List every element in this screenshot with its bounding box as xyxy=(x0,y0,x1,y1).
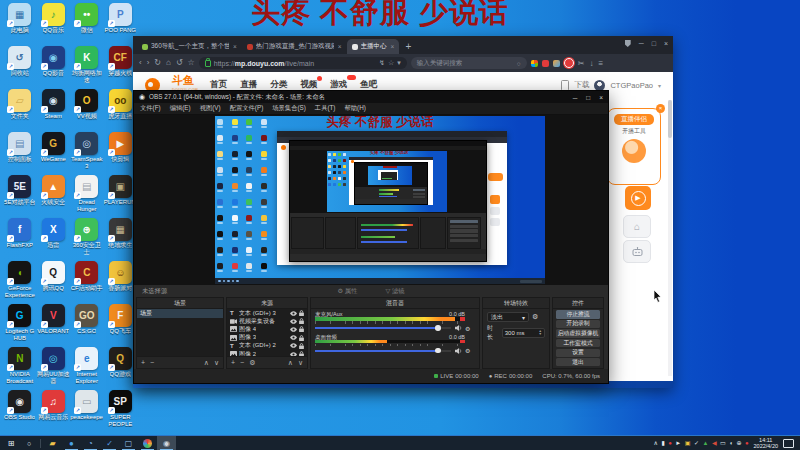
tray-icon[interactable]: ▲ xyxy=(703,440,709,446)
visibility-icon[interactable] xyxy=(290,311,297,316)
transition-gear-icon[interactable]: ⚙ xyxy=(532,313,538,321)
refresh-icon[interactable]: ↻ xyxy=(154,59,161,67)
forward-icon[interactable]: › xyxy=(147,59,150,67)
search-input[interactable]: 输入关键词搜索 ○ xyxy=(411,57,527,69)
bookmark-icon[interactable]: ☆ xyxy=(388,59,394,67)
desktop-icon[interactable]: SPSUPER PEOPLE xyxy=(104,390,138,433)
desktop-icon[interactable]: ◎网易UU加速器 xyxy=(37,347,71,390)
desktop-icon[interactable]: ♪QQ音乐 xyxy=(37,3,71,46)
desktop-icon[interactable]: GWeGame xyxy=(37,132,71,175)
tray-icon[interactable]: ► xyxy=(675,440,681,446)
visibility-icon[interactable] xyxy=(290,335,297,340)
lock-icon[interactable] xyxy=(299,318,304,324)
tray-icon[interactable]: ● xyxy=(668,440,672,446)
menu-item[interactable]: 场景集合(S) xyxy=(272,104,306,113)
lock-icon[interactable] xyxy=(299,343,304,349)
desktop-icon[interactable]: eInternet Explorer xyxy=(70,347,104,390)
window-minimize-button[interactable]: ─ xyxy=(639,40,644,47)
menu-icon[interactable]: ≡ xyxy=(598,59,603,68)
source-properties-button[interactable]: ⚙ xyxy=(249,359,255,367)
window-close-button[interactable]: × xyxy=(664,40,668,47)
browser-tab[interactable]: 主播中心× xyxy=(347,39,400,54)
source-up-button[interactable]: ∧ xyxy=(288,359,293,367)
scene-list-item[interactable]: 场景 xyxy=(137,309,223,318)
tab-close-icon[interactable]: × xyxy=(391,43,395,50)
menu-item[interactable]: 帮助(H) xyxy=(344,104,365,113)
download-icon[interactable]: ↓ xyxy=(589,59,593,68)
remove-scene-button[interactable]: − xyxy=(150,359,154,366)
add-scene-button[interactable]: + xyxy=(141,359,145,366)
screenshot-icon[interactable]: ✂ xyxy=(578,59,585,68)
control-button[interactable]: 设置 xyxy=(556,349,600,357)
download-phone-icon[interactable] xyxy=(561,80,569,91)
taskbar-clock[interactable]: 14:11 2022/4/20 xyxy=(754,437,778,450)
desktop-icon[interactable]: NNVIDIA Broadcast xyxy=(3,347,37,390)
start-button[interactable]: ⊞ xyxy=(2,436,20,450)
tray-icon[interactable]: ◀ xyxy=(712,440,717,446)
volume-slider[interactable] xyxy=(315,350,451,352)
taskbar-app-icon[interactable]: ◔ xyxy=(81,436,100,450)
desktop-icon[interactable]: Q腾讯QQ xyxy=(37,261,71,304)
menu-item[interactable]: 文件(F) xyxy=(140,104,161,113)
desktop-icon[interactable]: ▤Dread Hunger xyxy=(70,175,104,218)
customer-service-button[interactable] xyxy=(623,240,651,263)
new-tab-button[interactable]: + xyxy=(405,41,411,52)
desktop-icon[interactable]: ••微信 xyxy=(70,3,104,46)
desktop-icon[interactable]: ▦绝地求生 xyxy=(104,218,138,261)
visibility-icon[interactable] xyxy=(290,327,297,332)
desktop-icon[interactable]: ▱文件夹 xyxy=(3,89,37,132)
control-button[interactable]: 开始录制 xyxy=(556,320,600,328)
tray-icon[interactable]: ◖ xyxy=(729,440,733,446)
home-icon[interactable]: ⌂ xyxy=(166,59,171,67)
volume-slider[interactable] xyxy=(315,327,451,329)
scene-down-button[interactable]: ∨ xyxy=(214,359,219,367)
taskbar-app-icon[interactable]: ▢ xyxy=(119,436,138,450)
desktop-icon[interactable]: ▣PLAYERUNKNOWN'S xyxy=(104,175,138,218)
tab-close-icon[interactable]: × xyxy=(233,43,237,50)
tray-icon[interactable]: ● xyxy=(745,440,749,446)
speaker-icon[interactable] xyxy=(455,348,462,354)
lock-icon[interactable] xyxy=(299,335,304,341)
menu-item[interactable]: 工具(T) xyxy=(315,104,336,113)
home-button[interactable]: ⌂ xyxy=(623,215,651,238)
remove-source-button[interactable]: − xyxy=(240,359,244,366)
desktop-icon[interactable]: ▤控制面板 xyxy=(3,132,37,175)
desktop-icon[interactable]: X迅雷 xyxy=(37,218,71,261)
obs-title-bar[interactable]: ◉ OBS 27.0.1 (64-bit, windows) - 配置文件: 未… xyxy=(134,91,608,103)
control-button[interactable]: 启动虚拟摄像机 xyxy=(556,329,600,337)
desktop-icon[interactable]: ◉OBS Studio xyxy=(3,390,37,433)
address-bar[interactable]: https://mp.douyu.com/live/main ↯☆▾ xyxy=(199,57,407,69)
gamepad-icon[interactable] xyxy=(542,60,549,67)
avatar[interactable] xyxy=(594,80,605,91)
duration-input[interactable]: 300 ms▲▼ xyxy=(502,328,545,338)
desktop-icon[interactable]: CF穿越火线 xyxy=(104,46,138,89)
control-button[interactable]: 工作室模式 xyxy=(556,339,600,347)
action-center-icon[interactable] xyxy=(783,439,794,448)
palette-icon[interactable] xyxy=(553,60,560,67)
desktop-icon[interactable]: ◉Steam xyxy=(37,89,71,132)
chevron-down-icon[interactable]: ▾ xyxy=(658,82,661,89)
tray-icon[interactable]: ⊕ xyxy=(736,440,741,446)
download-link[interactable]: 下载 xyxy=(574,80,589,90)
browser-tab[interactable]: 热门游戏直播_热门游戏视频× xyxy=(242,39,347,54)
taskbar-search-icon[interactable]: ○ xyxy=(20,436,38,450)
desktop-icon[interactable]: fFlashFXP xyxy=(3,218,37,261)
desktop-icon[interactable]: ♫网易云音乐 xyxy=(37,390,71,433)
lock-icon[interactable] xyxy=(299,326,304,332)
desktop-icon[interactable]: oo虎牙直播 xyxy=(104,89,138,132)
filters-button[interactable]: ▽ 滤镜 xyxy=(385,287,404,296)
protect-shield-icon[interactable] xyxy=(625,40,631,47)
promo-close-icon[interactable]: × xyxy=(656,104,665,113)
channel-gear-icon[interactable]: ⚙ xyxy=(465,347,470,354)
desktop-icon[interactable]: ▭peacekeeper xyxy=(70,390,104,433)
desktop-icon[interactable]: 5E5E对战平台 xyxy=(3,175,37,218)
lock-icon[interactable] xyxy=(299,310,304,316)
douyu-logo-text[interactable]: 斗鱼 xyxy=(172,75,198,85)
window-maximize-button[interactable]: □ xyxy=(652,40,656,47)
taskbar-app-icon[interactable] xyxy=(138,436,157,450)
channel-gear-icon[interactable]: ⚙ xyxy=(465,325,470,332)
desktop-icon[interactable]: OVV视频 xyxy=(70,89,104,132)
tray-icon[interactable]: ∧ xyxy=(654,440,658,446)
obs-minimize-button[interactable]: ─ xyxy=(573,94,578,101)
favorite-icon[interactable]: ☆ xyxy=(188,59,195,67)
